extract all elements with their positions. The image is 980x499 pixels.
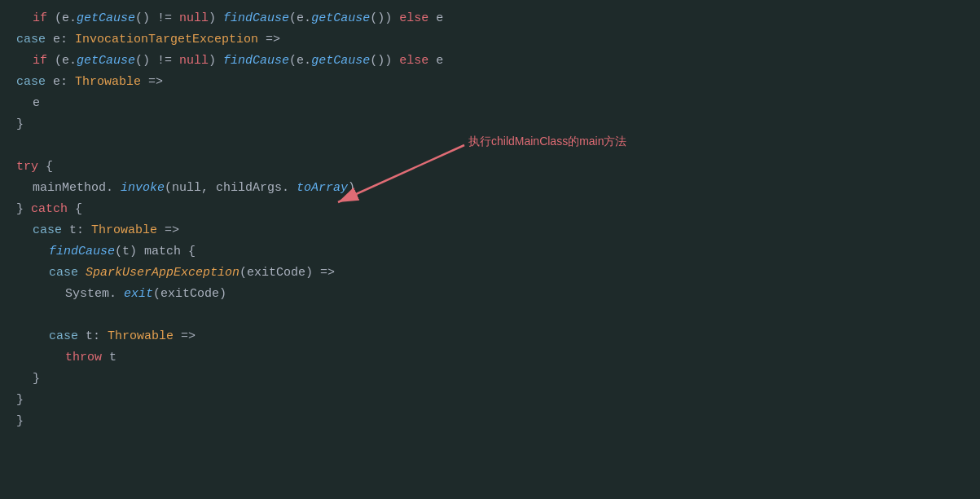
keyword-if: if	[33, 9, 47, 29]
code-line-2: case e: InvocationTargetException =>	[0, 29, 980, 51]
code-editor: if (e.getCause() != null) findCause(e.ge…	[0, 0, 980, 440]
code-line-8: try {	[0, 157, 980, 178]
code-line-4: case e: Throwable =>	[0, 72, 980, 93]
code-line-13: case SparkUserAppException(exitCode) =>	[0, 263, 980, 284]
code-line-11: case t: Throwable =>	[0, 220, 980, 241]
code-line-10: } catch {	[0, 199, 980, 220]
code-line-9: mainMethod. invoke(null, childArgs. toAr…	[0, 178, 980, 199]
code-line-3: if (e.getCause() != null) findCause(e.ge…	[0, 51, 980, 72]
code-line-18: }	[0, 369, 980, 390]
code-line-1: if (e.getCause() != null) findCause(e.ge…	[0, 8, 980, 29]
code-line-16: case t: Throwable =>	[0, 326, 980, 347]
code-line-5: e	[0, 93, 980, 114]
annotation-label: 执行childMainClass的main方法	[468, 132, 627, 150]
code-line-20: }	[0, 411, 980, 432]
keyword-throw: throw	[65, 348, 102, 368]
code-line-12: findCause(t) match {	[0, 241, 980, 263]
code-line-17: throw t	[0, 347, 980, 369]
code-line-14: System. exit(exitCode)	[0, 284, 980, 305]
code-line-19: }	[0, 390, 980, 411]
code-line-15	[0, 305, 980, 326]
